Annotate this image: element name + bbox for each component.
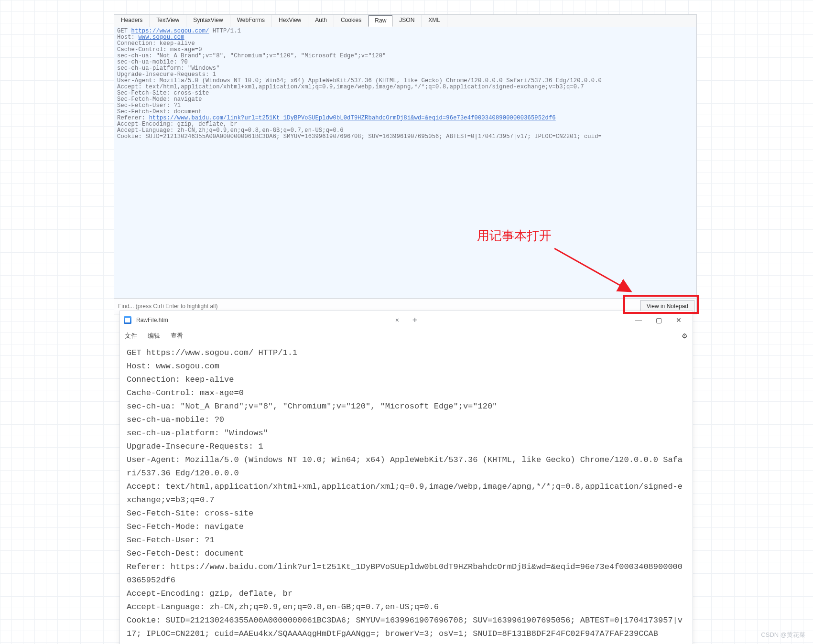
tab-syntaxview[interactable]: SyntaxView bbox=[186, 15, 230, 27]
tab-hexview[interactable]: HexView bbox=[272, 15, 308, 27]
tab-add-icon[interactable]: + bbox=[412, 315, 418, 325]
raw-line: sec-ch-ua-mobile: ?0 bbox=[117, 59, 188, 65]
watermark: CSDN @黄花菜 bbox=[761, 631, 805, 639]
maximize-button[interactable]: ▢ bbox=[649, 316, 669, 324]
notepad-menubar: 文件 编辑 查看 ⚙ bbox=[120, 329, 693, 343]
raw-line: Sec-Fetch-Mode: navigate bbox=[117, 96, 202, 103]
raw-line: Accept: text/html,application/xhtml+xml,… bbox=[117, 84, 584, 90]
referer-label: Referer: bbox=[117, 115, 149, 121]
notepad-title: RawFile.htm bbox=[136, 317, 347, 323]
notepad-titlebar[interactable]: RawFile.htm × + — ▢ ✕ bbox=[120, 311, 693, 329]
gear-icon[interactable]: ⚙ bbox=[682, 332, 688, 340]
notepad-window: RawFile.htm × + — ▢ ✕ 文件 编辑 查看 ⚙ GET htt… bbox=[119, 311, 693, 644]
host-link[interactable]: www.sogou.com bbox=[138, 34, 184, 41]
raw-line: Sec-Fetch-Site: cross-site bbox=[117, 90, 209, 97]
referer-link[interactable]: https://www.baidu.com/link?url=t251Kt_1D… bbox=[149, 115, 556, 121]
menu-view[interactable]: 查看 bbox=[171, 332, 183, 340]
raw-text-content: GET https://www.sogou.com/ HTTP/1.1 Host… bbox=[117, 28, 694, 140]
raw-line: Upgrade-Insecure-Requests: 1 bbox=[117, 71, 216, 78]
host-label: Host: bbox=[117, 34, 138, 41]
raw-method: GET bbox=[117, 28, 131, 34]
raw-line: Sec-Fetch-Dest: document bbox=[117, 108, 202, 115]
raw-line: Accept-Encoding: gzip, deflate, br bbox=[117, 121, 238, 128]
raw-line: Cache-Control: max-age=0 bbox=[117, 46, 202, 53]
inspector-panel: Headers TextView SyntaxView WebForms Hex… bbox=[114, 14, 697, 314]
menu-edit[interactable]: 编辑 bbox=[148, 332, 160, 340]
raw-line: sec-ch-ua-platform: "Windows" bbox=[117, 65, 220, 72]
raw-line: User-Agent: Mozilla/5.0 (Windows NT 10.0… bbox=[117, 77, 602, 84]
request-url-link[interactable]: https://www.sogou.com/ bbox=[131, 28, 209, 34]
tab-json[interactable]: JSON bbox=[392, 15, 422, 27]
minimize-button[interactable]: — bbox=[629, 316, 649, 324]
tab-raw[interactable]: Raw bbox=[369, 15, 392, 27]
raw-line: Accept-Language: zh-CN,zh;q=0.9,en;q=0.8… bbox=[117, 127, 344, 134]
document-icon bbox=[124, 316, 131, 324]
tab-cookies[interactable]: Cookies bbox=[334, 15, 369, 27]
raw-line: sec-ch-ua: "Not_A Brand";v="8", "Chromiu… bbox=[117, 53, 386, 59]
raw-line: Cookie: SUID=212130246355A00A0000000061B… bbox=[117, 133, 602, 140]
tab-auth[interactable]: Auth bbox=[308, 15, 334, 27]
menu-file[interactable]: 文件 bbox=[125, 332, 137, 340]
tab-textview[interactable]: TextView bbox=[150, 15, 186, 27]
inspector-tabs: Headers TextView SyntaxView WebForms Hex… bbox=[114, 15, 696, 27]
tab-close-icon[interactable]: × bbox=[395, 316, 399, 324]
http-version: HTTP/1.1 bbox=[209, 28, 241, 34]
tab-headers[interactable]: Headers bbox=[114, 15, 150, 27]
close-button[interactable]: ✕ bbox=[669, 316, 689, 324]
tab-webforms[interactable]: WebForms bbox=[230, 15, 272, 27]
raw-text-area[interactable]: GET https://www.sogou.com/ HTTP/1.1 Host… bbox=[114, 27, 696, 299]
notepad-body[interactable]: GET https://www.sogou.com/ HTTP/1.1 Host… bbox=[120, 343, 693, 644]
raw-line: Sec-Fetch-User: ?1 bbox=[117, 102, 181, 109]
annotation-label: 用记事本打开 bbox=[477, 227, 552, 244]
tab-xml[interactable]: XML bbox=[422, 15, 447, 27]
raw-line: Connection: keep-alive bbox=[117, 40, 195, 47]
